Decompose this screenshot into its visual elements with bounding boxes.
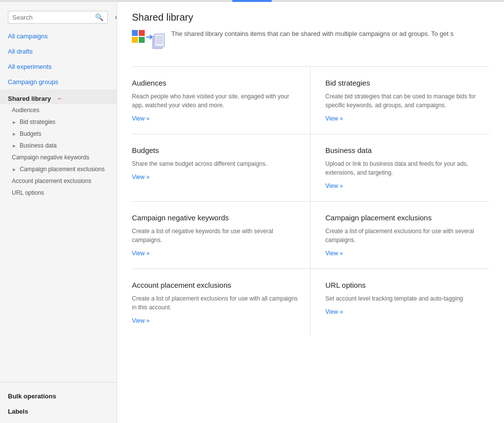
sidebar-sub-campaign-placement-exclusions[interactable]: ► Campaign placement exclusions (0, 163, 117, 175)
business-data-label: Business data (20, 142, 57, 149)
card-url-options: URL options Set account level tracking t… (311, 269, 489, 336)
account-placement-label: Account placement exclusions (12, 178, 91, 184)
progress-bar (232, 0, 272, 2)
svg-rect-1 (139, 30, 145, 36)
card-campaign-neg-kw: Campaign negative keywords Create a list… (132, 201, 311, 269)
library-icon: ➜ (132, 30, 163, 55)
card-account-placement-link[interactable]: View » (132, 317, 150, 324)
card-audiences-link[interactable]: View » (132, 115, 150, 122)
campaign-groups-label: Campaign groups (8, 78, 59, 86)
all-drafts-label: All drafts (8, 48, 33, 55)
sidebar-item-all-campaigns[interactable]: All campaigns (0, 29, 117, 44)
budgets-label: Budgets (20, 130, 41, 137)
expand-arrow-bid: ► (12, 120, 17, 125)
card-bid-desc: Create bid strategies that can be used t… (325, 92, 479, 110)
card-business-title: Business data (325, 146, 479, 154)
card-budgets-title: Budgets (132, 146, 300, 154)
sidebar: 🔍 « All campaigns All drafts All experim… (0, 2, 117, 423)
bid-strategies-label: Bid strategies (20, 119, 56, 125)
sidebar-sub-business-data[interactable]: ► Business data (0, 140, 117, 151)
card-account-placement-desc: Create a list of placement exclusions fo… (132, 294, 300, 312)
sidebar-item-campaign-groups[interactable]: Campaign groups (0, 74, 117, 90)
sidebar-sub-budgets[interactable]: ► Budgets (0, 128, 117, 140)
campaign-neg-kw-label: Campaign negative keywords (12, 154, 89, 161)
search-box[interactable]: 🔍 (8, 11, 108, 24)
svg-rect-0 (132, 30, 138, 36)
card-bid-link[interactable]: View » (325, 115, 343, 122)
all-experiments-label: All experiments (8, 63, 52, 70)
page-title: Shared library (132, 12, 489, 23)
audiences-label: Audiences (12, 107, 39, 114)
search-icon: 🔍 (95, 13, 103, 21)
expand-arrow-business: ► (12, 143, 17, 149)
cards-grid: Audiences Reach people who have visited … (132, 66, 489, 336)
top-bar (0, 0, 504, 2)
card-neg-kw-link[interactable]: View » (132, 250, 150, 257)
labels-item[interactable]: Labels (8, 404, 109, 419)
card-campaign-placement: Campaign placement exclusions Create a l… (311, 201, 489, 269)
card-neg-kw-title: Campaign negative keywords (132, 213, 300, 222)
card-budgets-link[interactable]: View » (132, 174, 150, 181)
card-audiences-title: Audiences (132, 79, 300, 87)
svg-rect-11 (155, 34, 164, 47)
card-url-link[interactable]: View » (325, 308, 343, 315)
card-placement-title: Campaign placement exclusions (325, 213, 479, 222)
card-account-placement: Account placement exclusions Create a li… (132, 269, 311, 336)
card-neg-kw-desc: Create a list of negative keywords for u… (132, 227, 300, 244)
sidebar-nav: All campaigns All drafts All experiments… (0, 29, 117, 382)
search-input[interactable] (12, 14, 95, 21)
labels-label: Labels (8, 408, 28, 415)
svg-rect-3 (139, 37, 145, 43)
url-options-label: URL options (12, 189, 44, 196)
all-campaigns-label: All campaigns (8, 32, 48, 40)
page-description-row: ➜ The shared library contains items (132, 30, 489, 55)
svg-rect-2 (132, 37, 138, 43)
card-audiences: Audiences Reach people who have visited … (132, 66, 311, 134)
card-bid-strategies: Bid strategies Create bid strategies tha… (311, 66, 489, 134)
card-business-link[interactable]: View » (325, 182, 343, 189)
card-budgets-desc: Share the same budget across different c… (132, 159, 300, 168)
red-arrow-icon: ← (57, 94, 63, 102)
expand-arrow-placement: ► (12, 167, 17, 172)
sidebar-item-all-experiments[interactable]: All experiments (0, 59, 117, 74)
card-bid-title: Bid strategies (325, 79, 479, 87)
sidebar-sub-campaign-negative-keywords[interactable]: Campaign negative keywords (0, 151, 117, 163)
main-content: Shared library ➜ (117, 2, 504, 423)
card-business-desc: Upload or link to business data and feed… (325, 159, 479, 177)
campaign-placement-label: Campaign placement exclusions (20, 166, 105, 173)
sidebar-sub-audiences[interactable]: Audiences (0, 104, 117, 116)
sidebar-sub-bid-strategies[interactable]: ► Bid strategies (0, 116, 117, 128)
bulk-operations-label: Bulk operations (8, 393, 56, 400)
card-url-desc: Set account level tracking template and … (325, 294, 479, 303)
sidebar-sub-url-options[interactable]: URL options (0, 187, 117, 199)
svg-text:➜: ➜ (146, 32, 153, 42)
card-budgets: Budgets Share the same budget across dif… (132, 134, 311, 201)
card-audiences-desc: Reach people who have visited your site,… (132, 92, 300, 110)
bulk-operations-item[interactable]: Bulk operations (8, 389, 109, 404)
sidebar-sub-account-placement-exclusions[interactable]: Account placement exclusions (0, 175, 117, 187)
card-placement-desc: Create a list of placement exclusions fo… (325, 227, 479, 244)
shared-library-label: Shared library (8, 95, 51, 102)
card-account-placement-title: Account placement exclusions (132, 281, 300, 289)
sidebar-section-shared-library[interactable]: Shared library ← (0, 90, 117, 104)
card-url-title: URL options (325, 281, 479, 289)
sidebar-bottom: Bulk operations Labels (0, 382, 117, 423)
collapse-button[interactable]: « (112, 13, 117, 22)
page-description-text: The shared library contains items that c… (171, 30, 454, 37)
sidebar-item-all-drafts[interactable]: All drafts (0, 44, 117, 59)
card-placement-link[interactable]: View » (325, 250, 343, 257)
expand-arrow-budgets: ► (12, 131, 17, 137)
card-business-data: Business data Upload or link to business… (311, 134, 489, 201)
